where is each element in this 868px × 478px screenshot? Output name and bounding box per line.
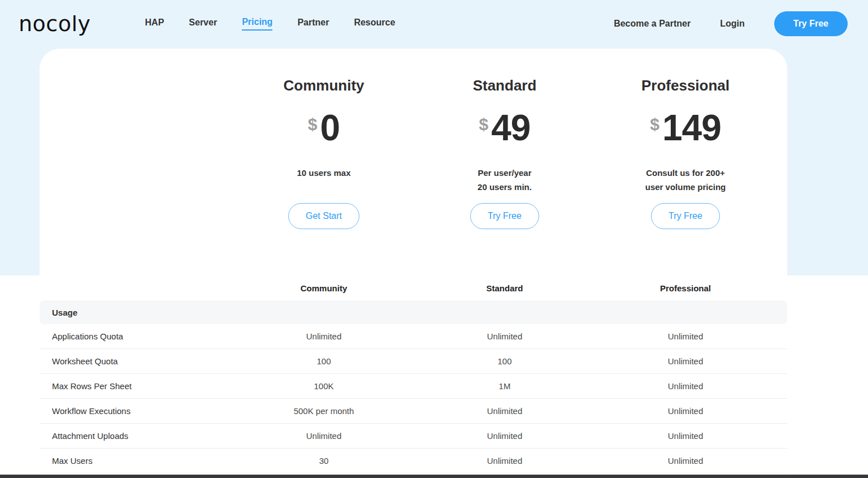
plan-standard: Standard $ 49 Per user/year 20 users min… bbox=[414, 49, 595, 229]
plan-desc-line-1: 10 users max bbox=[233, 166, 414, 180]
plan-desc-line-1: Per user/year bbox=[414, 166, 595, 180]
row-label: Max Users bbox=[40, 456, 233, 466]
row-value-community: 30 bbox=[233, 456, 414, 466]
plan-grid-spacer bbox=[40, 49, 233, 229]
row-label: Workflow Executions bbox=[40, 406, 233, 416]
table-row-attachment-uploads: Attachment Uploads Unlimited Unlimited U… bbox=[40, 424, 787, 449]
price-amount: 0 bbox=[320, 109, 340, 147]
plan-title: Professional bbox=[595, 77, 776, 94]
nav-item-server[interactable]: Server bbox=[189, 18, 217, 30]
become-partner-link[interactable]: Become a Partner bbox=[614, 19, 691, 29]
row-value-professional: Unlimited bbox=[595, 381, 776, 391]
plan-title: Standard bbox=[414, 77, 595, 94]
comparison-section: Community Standard Professional Usage Ap… bbox=[0, 275, 868, 473]
row-value-community: 500K per month bbox=[233, 406, 414, 416]
nav-item-hap[interactable]: HAP bbox=[145, 18, 164, 30]
plan-description: 10 users max bbox=[233, 166, 414, 195]
table-section-usage: Usage bbox=[40, 300, 787, 324]
comparison-table: Community Standard Professional Usage Ap… bbox=[40, 275, 787, 473]
plan-professional: Professional $ 149 Consult us for 200+ u… bbox=[595, 49, 776, 229]
row-value-professional: Unlimited bbox=[595, 356, 776, 366]
row-value-professional: Unlimited bbox=[595, 406, 776, 416]
nav-item-pricing[interactable]: Pricing bbox=[242, 17, 272, 31]
brand-logo[interactable]: nocoly bbox=[19, 11, 91, 36]
table-header-professional: Professional bbox=[595, 283, 776, 293]
footer-strip bbox=[0, 475, 868, 478]
plan-desc-line-1: Consult us for 200+ bbox=[595, 166, 776, 180]
get-start-button[interactable]: Get Start bbox=[288, 203, 359, 229]
navbar-right: Become a Partner Login Try Free bbox=[614, 11, 848, 36]
table-header-row: Community Standard Professional bbox=[40, 275, 787, 300]
row-value-standard: Unlimited bbox=[414, 456, 595, 466]
price-amount: 149 bbox=[662, 109, 721, 147]
plan-price: $ 0 bbox=[233, 109, 414, 150]
table-row-max-users: Max Users 30 Unlimited Unlimited bbox=[40, 449, 787, 473]
plan-price: $ 49 bbox=[414, 109, 595, 150]
plan-title: Community bbox=[233, 77, 414, 94]
row-value-standard: Unlimited bbox=[414, 431, 595, 441]
table-header-standard: Standard bbox=[414, 283, 595, 293]
row-label: Applications Quota bbox=[40, 331, 233, 341]
row-value-standard: 100 bbox=[414, 356, 595, 366]
price-amount: 49 bbox=[491, 109, 530, 147]
plan-desc-line-2: 20 users min. bbox=[414, 180, 595, 194]
currency-sign: $ bbox=[308, 115, 318, 134]
plan-community: Community $ 0 10 users max Get Start bbox=[233, 49, 414, 229]
row-label: Attachment Uploads bbox=[40, 431, 233, 441]
top-blue-zone: nocoly HAP Server Pricing Partner Resour… bbox=[0, 0, 868, 275]
plan-price: $ 149 bbox=[595, 109, 776, 150]
try-free-professional-button[interactable]: Try Free bbox=[651, 203, 720, 229]
row-value-community: Unlimited bbox=[233, 331, 414, 341]
table-header-community: Community bbox=[233, 283, 414, 293]
currency-sign: $ bbox=[479, 115, 489, 134]
plan-grid-end-spacer bbox=[776, 49, 787, 229]
plan-description: Consult us for 200+ user volume pricing bbox=[595, 166, 776, 195]
row-value-community: 100 bbox=[233, 356, 414, 366]
try-free-standard-button[interactable]: Try Free bbox=[470, 203, 539, 229]
row-value-standard: Unlimited bbox=[414, 331, 595, 341]
plan-desc-line-2: user volume pricing bbox=[595, 180, 776, 194]
nav-item-partner[interactable]: Partner bbox=[297, 18, 329, 30]
row-value-professional: Unlimited bbox=[595, 431, 776, 441]
section-title: Usage bbox=[40, 308, 77, 317]
plan-description: Per user/year 20 users min. bbox=[414, 166, 595, 195]
nav-item-resource[interactable]: Resource bbox=[354, 18, 395, 30]
table-row-max-rows-per-sheet: Max Rows Per Sheet 100K 1M Unlimited bbox=[40, 374, 787, 399]
try-free-button[interactable]: Try Free bbox=[774, 11, 848, 36]
main-nav: HAP Server Pricing Partner Resource bbox=[145, 17, 396, 31]
table-row-workflow-executions: Workflow Executions 500K per month Unlim… bbox=[40, 399, 787, 424]
pricing-hero: Community $ 0 10 users max Get Start Sta… bbox=[0, 48, 868, 275]
row-value-standard: 1M bbox=[414, 381, 595, 391]
row-label: Worksheet Quota bbox=[40, 356, 233, 366]
currency-sign: $ bbox=[650, 115, 659, 134]
row-value-professional: Unlimited bbox=[595, 331, 776, 341]
table-row-applications-quota: Applications Quota Unlimited Unlimited U… bbox=[40, 324, 787, 349]
row-value-standard: Unlimited bbox=[414, 406, 595, 416]
row-value-community: 100K bbox=[233, 381, 414, 391]
login-link[interactable]: Login bbox=[720, 19, 745, 29]
row-value-professional: Unlimited bbox=[595, 456, 776, 466]
row-value-community: Unlimited bbox=[233, 431, 414, 441]
pricing-card: Community $ 0 10 users max Get Start Sta… bbox=[40, 49, 787, 275]
top-navbar: nocoly HAP Server Pricing Partner Resour… bbox=[0, 0, 868, 48]
table-row-worksheet-quota: Worksheet Quota 100 100 Unlimited bbox=[40, 349, 787, 374]
row-label: Max Rows Per Sheet bbox=[40, 381, 233, 391]
